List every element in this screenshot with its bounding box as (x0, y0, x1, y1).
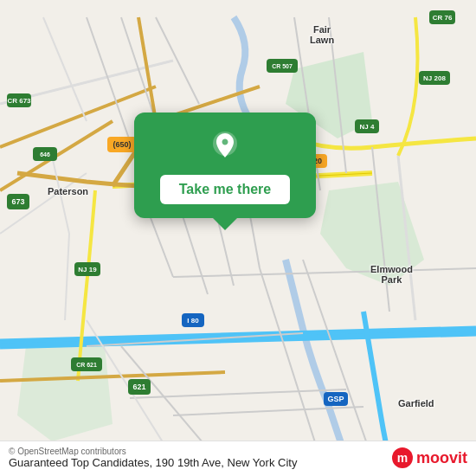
badge-i80: I 80 (182, 313, 204, 327)
badge-650: (650) (107, 137, 137, 152)
address-text: Guaranteed Top Candidates, 190 19th Ave,… (9, 456, 297, 469)
location-popup: Take me there (134, 113, 316, 218)
badge-nj208: NJ 208 (419, 71, 450, 85)
moovit-m-icon: m (392, 447, 413, 468)
place-paterson: Paterson (48, 186, 88, 196)
badge-nj4: NJ 4 (355, 119, 379, 133)
map-container: Paterson FairLawn ElmwoodPark Garfield C… (0, 0, 476, 476)
place-garfield: Garfield (398, 398, 434, 408)
badge-cr76: CR 76 (429, 10, 455, 24)
badge-cr673-top: CR 673 (7, 93, 31, 107)
badge-646: 646 (33, 147, 57, 161)
bottom-bar: © OpenStreetMap contributors Guaranteed … (0, 441, 476, 476)
svg-marker-3 (17, 338, 113, 441)
take-me-there-button[interactable]: Take me there (160, 175, 290, 204)
badge-nj19: NJ 19 (74, 262, 100, 276)
place-fair-lawn: FairLawn (310, 24, 334, 45)
moovit-text: moovit (416, 449, 467, 467)
badge-gsp: GSP (324, 392, 348, 406)
moovit-logo: m moovit (392, 447, 467, 468)
badge-621: 621 (128, 379, 151, 395)
pin-icon (206, 128, 244, 166)
bottom-bar-info: © OpenStreetMap contributors Guaranteed … (9, 447, 297, 469)
badge-cr621: CR 621 (71, 357, 102, 371)
badge-673: 673 (7, 194, 29, 209)
place-elmwood-park: ElmwoodPark (370, 264, 413, 285)
badge-cr507: CR 507 (267, 59, 298, 73)
osm-credit: © OpenStreetMap contributors (9, 447, 297, 456)
